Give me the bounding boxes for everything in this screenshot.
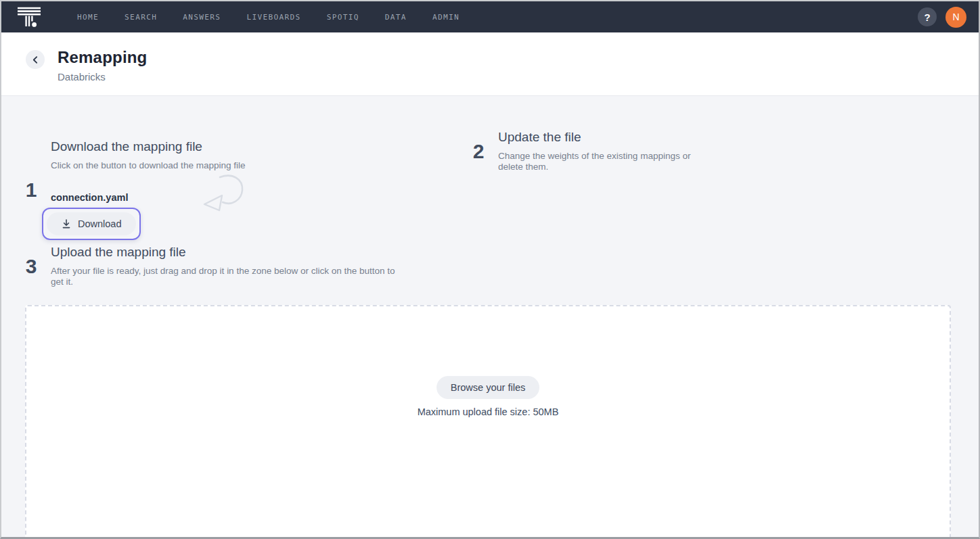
download-button-focus-ring: Download: [42, 208, 141, 240]
main-content: 1 Download the mapping file Click on the…: [1, 97, 979, 537]
back-button[interactable]: [26, 50, 45, 69]
download-button[interactable]: Download: [47, 212, 136, 235]
chevron-left-icon: [31, 55, 40, 64]
step-number-1: 1: [24, 179, 39, 202]
nav-item-home[interactable]: HOME: [77, 13, 99, 22]
thoughtspot-logo-icon[interactable]: [18, 6, 41, 28]
nav-item-liveboards[interactable]: LIVEBOARDS: [246, 13, 300, 22]
title-block: Remapping Databricks: [58, 48, 147, 83]
app-window: HOME SEARCH ANSWERS LIVEBOARDS SPOTIQ DA…: [0, 0, 980, 539]
step-3-content: Upload the mapping file After your file …: [51, 245, 399, 288]
nav-right-actions: ? N: [918, 7, 966, 28]
step-1-description: Click on the button to download the mapp…: [51, 160, 245, 171]
browse-files-button[interactable]: Browse your files: [437, 376, 539, 399]
user-avatar[interactable]: N: [945, 7, 966, 28]
download-icon: [61, 218, 72, 229]
nav-item-spotiq[interactable]: SPOTIQ: [327, 13, 359, 22]
step-2-title: Update the file: [498, 130, 701, 145]
top-nav: HOME SEARCH ANSWERS LIVEBOARDS SPOTIQ DA…: [1, 1, 979, 32]
step-1-title: Download the mapping file: [51, 139, 245, 154]
max-file-size-text: Maximum upload file size: 50MB: [418, 406, 559, 417]
step-number-2: 2: [471, 140, 486, 163]
nav-item-search[interactable]: SEARCH: [125, 13, 157, 22]
curved-arrow-doodle-icon: [200, 171, 248, 214]
nav-item-admin[interactable]: ADMIN: [432, 13, 460, 22]
nav-menu: HOME SEARCH ANSWERS LIVEBOARDS SPOTIQ DA…: [77, 13, 460, 22]
step-3-title: Upload the mapping file: [51, 245, 399, 260]
nav-item-answers[interactable]: ANSWERS: [183, 13, 221, 22]
help-button[interactable]: ?: [918, 7, 937, 26]
browse-files-label: Browse your files: [451, 382, 525, 393]
nav-item-data[interactable]: DATA: [385, 13, 407, 22]
step-2-content: Update the file Change the weights of th…: [498, 130, 701, 173]
page-header: Remapping Databricks: [1, 32, 979, 96]
step-number-3: 3: [24, 255, 39, 278]
step-2-description: Change the weights of the existing mappi…: [498, 151, 701, 173]
page-title: Remapping: [58, 48, 147, 67]
step-update: 2 Update the file Change the weights of …: [471, 130, 701, 173]
download-button-label: Download: [78, 218, 122, 229]
upload-dropzone[interactable]: Browse your files Maximum upload file si…: [25, 305, 951, 539]
page-subtitle: Databricks: [58, 71, 147, 83]
step-3-description: After your file is ready, just drag and …: [51, 266, 399, 288]
step-upload: 3 Upload the mapping file After your fil…: [24, 245, 399, 288]
